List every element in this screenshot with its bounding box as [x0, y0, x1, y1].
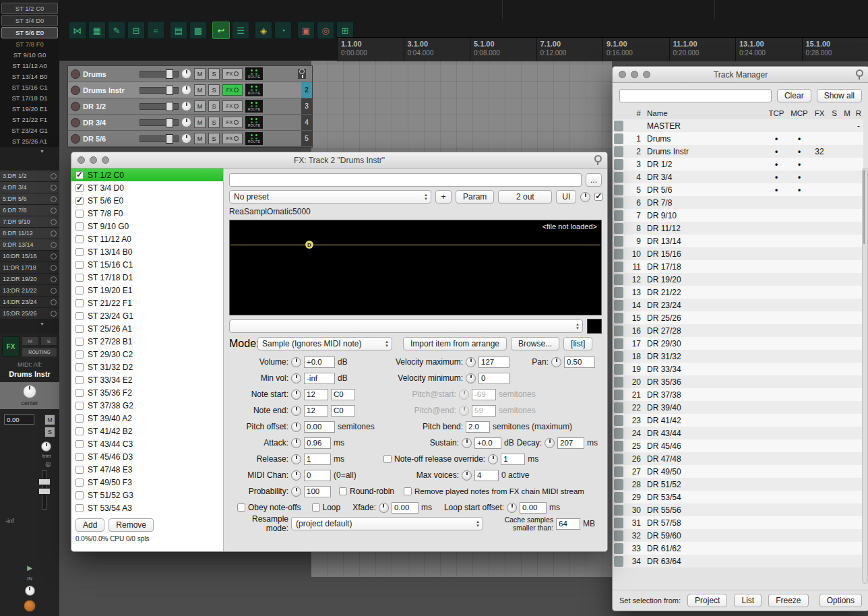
freeze-button[interactable]: Freeze	[768, 594, 808, 607]
toolbar-icon[interactable]: ☰	[232, 22, 249, 39]
fx-comment-input[interactable]	[229, 173, 582, 187]
fx-chain-item[interactable]: ST 27/28 B1	[71, 335, 223, 348]
knob-icon[interactable]	[51, 230, 57, 237]
toolbar-icon[interactable]: ◔	[274, 22, 292, 39]
table-row[interactable]: 12 DR 19/20	[613, 273, 863, 286]
obey-noteoffs-checkbox[interactable]	[237, 503, 245, 512]
tm-row-name[interactable]: DR 19/20	[644, 275, 765, 284]
fx-enable-checkbox[interactable]	[75, 402, 84, 410]
fx-chain-item[interactable]: ST 21/22 F1	[71, 297, 223, 309]
record-arm-button[interactable]	[71, 102, 80, 111]
sample-track-item[interactable]: ST 17/18 D1	[1, 93, 58, 103]
tm-cell-tcp[interactable]: •	[765, 173, 788, 182]
track-name[interactable]: Drums Instr	[83, 86, 137, 94]
track-pan-knob[interactable]	[181, 101, 191, 111]
fx-chain-item[interactable]: ST 9/10 G0	[71, 220, 223, 233]
pitch-at-start-knob[interactable]	[459, 390, 469, 400]
fx-enable-checkbox[interactable]	[75, 479, 84, 487]
track-color-swatch[interactable]	[613, 364, 625, 375]
table-row[interactable]: 7 DR 9/10	[613, 209, 863, 222]
column-recarm[interactable]: R	[854, 109, 863, 117]
more-button[interactable]: ...	[586, 173, 602, 187]
velocity-max-knob[interactable]	[466, 357, 476, 367]
tm-cell-tcp[interactable]: •	[765, 147, 788, 156]
attack-knob[interactable]	[291, 438, 301, 448]
fx-chain-item[interactable]: ST 37/38 G2	[71, 399, 223, 412]
toolbar-icon[interactable]: ▦	[88, 22, 106, 39]
collapse-arrow-icon[interactable]: ▼	[0, 147, 59, 156]
dr-track-item[interactable]: 13:DR 21/22	[0, 285, 59, 297]
midi-chan-knob[interactable]	[291, 470, 301, 481]
fx-enable-checkbox[interactable]	[75, 453, 84, 461]
clear-filter-button[interactable]: Clear	[777, 89, 811, 102]
knob-icon[interactable]	[51, 219, 57, 225]
save-preset-button[interactable]: +	[435, 190, 452, 204]
table-row[interactable]: 21 DR 37/38	[613, 388, 863, 401]
track-color-swatch[interactable]	[613, 287, 625, 298]
track-pan-knob[interactable]	[181, 117, 191, 127]
show-all-button[interactable]: Show all	[817, 89, 862, 102]
zoom-button[interactable]	[102, 156, 109, 164]
track-color-swatch[interactable]	[613, 197, 625, 208]
gain-line-marker[interactable]: D	[305, 241, 313, 249]
note-end-knob[interactable]	[291, 406, 301, 416]
mixer-volume-fader[interactable]	[0, 470, 59, 508]
table-row[interactable]: 18 DR 31/32	[613, 350, 863, 363]
tm-row-name[interactable]: DR 1/2	[644, 160, 765, 169]
fx-enable-checkbox[interactable]	[75, 299, 84, 307]
fx-enable-checkbox[interactable]	[75, 414, 84, 423]
column-fx[interactable]: FX	[811, 109, 828, 117]
track-color-swatch[interactable]	[613, 556, 625, 567]
dr-track-item[interactable]: 3:DR 1/2	[0, 171, 59, 182]
table-row[interactable]: 31 DR 57/58	[613, 516, 863, 529]
fx-chain-item[interactable]: ST 53/54 A3	[71, 501, 223, 514]
table-row[interactable]: 29 DR 53/54	[613, 491, 863, 503]
note-end-value[interactable]: 12	[304, 405, 328, 417]
noteoff-override-knob[interactable]	[488, 454, 498, 464]
fx-enable-checkbox[interactable]	[75, 312, 84, 320]
tm-row-name[interactable]: DR 15/16	[644, 249, 765, 259]
param-button[interactable]: Param	[456, 190, 494, 204]
track-color-swatch[interactable]	[613, 172, 625, 183]
sample-track-item[interactable]: ST 1/2 C0	[1, 3, 58, 14]
options-button[interactable]: Options	[819, 594, 862, 607]
volume-knob[interactable]	[291, 357, 301, 367]
collapse-arrow-icon[interactable]: ▼	[0, 319, 59, 328]
table-row[interactable]: 5 DR 5/6 • •	[613, 183, 863, 196]
pin-icon[interactable]	[593, 155, 601, 165]
import-item-button[interactable]: Import item from arrange	[403, 337, 507, 350]
table-row[interactable]: 23 DR 41/42	[613, 414, 863, 427]
table-row[interactable]: 19 DR 33/34	[613, 363, 863, 375]
mixer-fx-button[interactable]: FX	[2, 336, 20, 357]
track-solo-button[interactable]: S	[208, 117, 220, 128]
track-volume-fader[interactable]	[140, 71, 179, 78]
fx-window-titlebar[interactable]: FX: Track 2 "Drums Instr"	[71, 152, 607, 168]
close-button[interactable]	[78, 156, 85, 164]
track-filter-input[interactable]	[619, 89, 772, 102]
sample-track-item[interactable]: ST 13/14 B0	[1, 71, 58, 82]
table-row[interactable]: 8 DR 11/12	[613, 222, 863, 235]
track-color-swatch[interactable]	[613, 274, 625, 285]
mixer-volume-value[interactable]: 0.00	[4, 414, 34, 425]
fx-chain-item[interactable]: ST 35/36 F2	[71, 386, 223, 399]
pitch-offset-value[interactable]: 0.00	[304, 421, 335, 433]
track-route-button[interactable]: ROUTE	[245, 67, 263, 80]
fx-enable-checkbox[interactable]	[75, 363, 84, 371]
pitch-at-start-value[interactable]: -69	[472, 389, 496, 400]
fx-chain-item[interactable]: ST 29/30 C2	[71, 348, 223, 361]
tm-row-name[interactable]: DR 25/26	[644, 313, 765, 323]
add-fx-button[interactable]: Add	[75, 518, 104, 532]
decay-knob[interactable]	[545, 438, 555, 448]
fx-enable-checkbox[interactable]	[75, 491, 84, 499]
track-volume-fader[interactable]	[140, 87, 179, 94]
knob-icon[interactable]	[51, 288, 57, 294]
fx-enable-checkbox[interactable]	[75, 338, 84, 346]
fx-enable-checkbox[interactable]	[75, 171, 84, 179]
mode-combo[interactable]: Sample (Ignores MIDI note)▲ ▼	[257, 337, 392, 350]
fx-chain-item[interactable]: ST 49/50 F3	[71, 476, 223, 489]
tm-row-name[interactable]: DR 45/46	[644, 441, 765, 451]
column-tcp[interactable]: TCP	[765, 109, 788, 117]
fx-chain-item[interactable]: ST 23/24 G1	[71, 309, 223, 322]
resample-mode-combo[interactable]: (project default)▲ ▼	[291, 517, 483, 530]
tm-row-name[interactable]: Drums	[644, 134, 765, 144]
